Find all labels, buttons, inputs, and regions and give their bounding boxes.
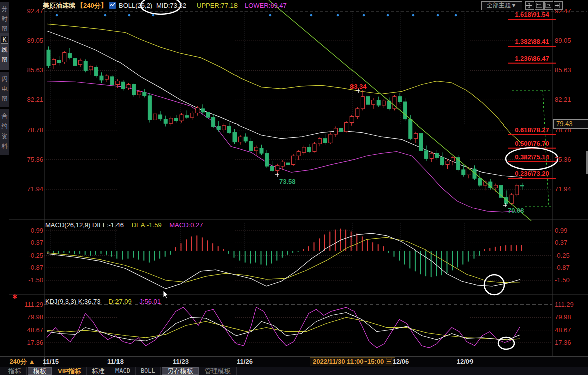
sidebar-item-label: 闪电图 (2, 75, 8, 102)
toolbar-item-save-template[interactable]: 另存模板 (162, 367, 199, 375)
candle-body (249, 141, 253, 151)
kdj-k-value: KDJ(9,3,3) K:36.73 (45, 298, 101, 305)
swing-price-label: 83.34 (350, 83, 367, 90)
toolbar-item-macd[interactable]: MACD (110, 367, 136, 375)
timeline-tick: 11/15 (43, 357, 59, 366)
candle-body (329, 134, 332, 143)
macd-bar-value: MACD:0.27 (169, 221, 203, 229)
candle-body (356, 109, 359, 117)
toolbar-item-boll[interactable]: BOLL (136, 367, 161, 375)
candle-body (57, 60, 61, 63)
boll-upper-value: UPPER:77.18 (197, 2, 238, 10)
price-axis-left-label: 82.21 (14, 96, 43, 103)
price-axis-right-label: 82.21 (555, 96, 586, 103)
kdj-panel-header: KDJ(9,3,3) K:36.73 D:27.09 J:56.01 (45, 298, 161, 305)
candle-body (334, 128, 337, 134)
crosshair-icon (526, 2, 533, 9)
fib-level-label: 0.500\76.70 (508, 140, 556, 147)
sidebar-item-flash-chart[interactable]: 闪电图 (0, 72, 9, 107)
candle-body (47, 50, 50, 65)
sidebar-item-kline-chart[interactable]: K线图 (0, 33, 9, 70)
kdj-d-line (47, 317, 520, 340)
sidebar-item-contract-info[interactable]: 合约资料 (0, 109, 9, 155)
candle-body (127, 84, 130, 88)
candle-body (63, 52, 66, 62)
sidebar-item-time-chart[interactable]: 分时图 (0, 2, 9, 34)
candle-body (515, 185, 519, 195)
candle-body (79, 60, 82, 65)
candle-body (377, 100, 380, 105)
price-axis-left-label: 71.94 (14, 186, 43, 193)
candle-body (440, 158, 444, 165)
candle-body (239, 137, 242, 142)
candle-body (212, 117, 215, 126)
macd-axis-right-label: 0.37 (555, 239, 586, 246)
kdj-axis-right-label: 111.29 (555, 301, 586, 308)
signal-dot (269, 14, 272, 17)
candle-body (350, 116, 354, 122)
kdj-axis-left-label: 79.98 (14, 314, 43, 321)
macd-axis-right-label: 0.99 (555, 227, 586, 234)
toolbar-item-standard[interactable]: 标准 (87, 367, 110, 375)
pop-out-button[interactable] (554, 1, 563, 10)
zoom-out-button[interactable] (535, 1, 544, 10)
toolbar-item-vip-indicator[interactable]: VIP指标 (53, 367, 87, 375)
fib-level-label: 1.382\88.41 (508, 38, 556, 45)
timeline-tick: 11/23 (173, 357, 189, 366)
candle-body (254, 147, 258, 151)
candle-body (89, 66, 93, 70)
price-axis-left-label: 75.36 (14, 156, 43, 163)
macd-axis-right-label: -1.50 (555, 277, 586, 284)
candle-body (276, 165, 279, 170)
price-axis-left-label: 78.78 (14, 127, 43, 134)
candle-body (206, 112, 210, 117)
app-window: 分时图 K线图 闪电图 合约资料 美原油连续 【240分】 BOLL(26,2)… (0, 0, 588, 375)
chevron-up-icon: ▲ (29, 358, 35, 365)
kdj-axis-right-label: 79.98 (555, 314, 586, 321)
candle-body (494, 185, 497, 188)
timeframe-selector[interactable]: 240分 ▲ (0, 357, 45, 366)
timeline-tick: 12/09 (457, 357, 474, 366)
alert-burst-icon[interactable]: ✱ (11, 293, 18, 300)
signal-dot (56, 14, 58, 17)
timeline-tick: 11/26 (237, 357, 253, 366)
candle-body (414, 133, 417, 138)
candle-body (313, 144, 316, 152)
boll-mid-value: MID:73.32 (156, 2, 186, 10)
candle-body (297, 152, 300, 156)
boll-lower-line (47, 81, 522, 212)
candle-body (190, 113, 194, 118)
swing-price-label: 70.08 (508, 207, 524, 214)
signal-dot (128, 14, 131, 17)
timeline-tick: 12/06 (393, 357, 409, 366)
candle-body (307, 147, 311, 152)
toolbar-item-indicator[interactable]: 指标 (3, 367, 27, 375)
fib-level-label: 1.618\91.54 (508, 11, 556, 18)
candle-body (100, 76, 103, 80)
theme-dropdown-button[interactable]: 全部主题▼ (481, 1, 522, 10)
kdj-k-line (47, 313, 520, 341)
macd-axis-right-label: -0.87 (555, 264, 586, 271)
candle-body (84, 61, 87, 71)
signal-dot (363, 14, 365, 17)
candle-body (462, 170, 465, 175)
price-axis-left-label: 85.63 (14, 67, 43, 74)
candle-body (121, 82, 125, 89)
candle-body (409, 119, 412, 139)
zoom-in-button[interactable] (544, 1, 553, 10)
candle-body (164, 119, 167, 124)
kdj-axis-left-label: 17.36 (14, 339, 43, 346)
boll-mid-line (47, 31, 522, 177)
crosshair-tool-button[interactable] (525, 1, 534, 10)
candle-body (451, 158, 455, 161)
arrow-out-icon (554, 2, 561, 9)
macd-panel-header: MACD(26,12,9) DIFF:-1.46 DEA:-1.59 MACD:… (45, 221, 203, 229)
price-axis-right-label: 71.94 (555, 186, 586, 193)
left-sidebar: 分时图 K线图 闪电图 合约资料 (0, 0, 9, 356)
candle-body (372, 100, 375, 105)
signal-dot (387, 14, 389, 17)
macd-values: MACD(26,12,9) DIFF:-1.46 (45, 221, 124, 229)
candle-body (260, 148, 263, 153)
toolbar-item-template[interactable]: 模板 (28, 367, 52, 375)
toolbar-item-manage-template[interactable]: 管理模板 (200, 367, 237, 375)
